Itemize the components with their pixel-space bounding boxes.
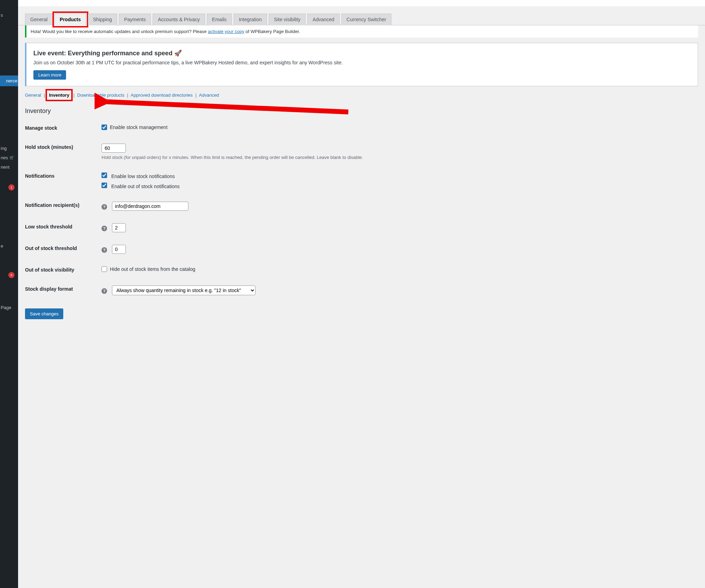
- separator: |: [44, 92, 45, 98]
- sidebar-item[interactable]: 1: [0, 182, 18, 193]
- tab-advanced[interactable]: Advanced: [307, 14, 339, 25]
- sidebar-item[interactable]: 6: [0, 270, 18, 280]
- input-low-threshold[interactable]: [112, 223, 126, 232]
- input-hold-stock[interactable]: [102, 144, 126, 153]
- separator: |: [73, 92, 74, 98]
- out-of-stock-option[interactable]: Enable out of stock notifications: [102, 183, 705, 189]
- label-recipient: Notification recipient(s): [25, 202, 102, 208]
- label-manage-stock: Manage stock: [25, 124, 102, 131]
- checkbox-low-stock[interactable]: [102, 172, 107, 178]
- tab-payments[interactable]: Payments: [119, 14, 151, 25]
- sidebar-item[interactable]: nes 🛒: [0, 153, 18, 162]
- cart-icon: 🛒: [9, 155, 14, 160]
- checkbox-label: Enable out of stock notifications: [111, 184, 180, 189]
- event-notice: Live event: Everything performance and s…: [25, 43, 698, 86]
- admin-sidebar: s nerce ing nes 🛒 nent 1 e 6 Page: [0, 0, 18, 588]
- label-visibility: Out of stock visibility: [25, 266, 102, 273]
- sub-navigation: General | Inventory | Downloadable produ…: [25, 91, 698, 99]
- label-out-threshold: Out of stock threshold: [25, 245, 102, 251]
- sidebar-item-woocommerce[interactable]: nerce: [0, 75, 18, 86]
- tab-accounts[interactable]: Accounts & Privacy: [153, 14, 205, 25]
- tab-general[interactable]: General: [25, 14, 53, 25]
- label-display-format: Stock display format: [25, 285, 102, 292]
- help-icon[interactable]: ?: [102, 247, 107, 253]
- help-icon[interactable]: ?: [102, 226, 107, 231]
- sidebar-item[interactable]: ing: [0, 144, 18, 153]
- tab-shipping[interactable]: Shipping: [88, 14, 118, 25]
- help-icon[interactable]: ?: [102, 288, 107, 294]
- subnav-inventory[interactable]: Inventory: [49, 92, 70, 98]
- tab-integration[interactable]: Integration: [234, 14, 267, 25]
- label-hold-stock: Hold stock (minutes): [25, 144, 102, 150]
- checkbox-out-of-stock[interactable]: [102, 183, 107, 188]
- help-icon[interactable]: ?: [102, 204, 107, 210]
- checkbox-manage-stock[interactable]: [102, 124, 107, 130]
- notice-text: of WPBakery Page Builder.: [244, 29, 300, 34]
- annotation-arrow: [95, 91, 352, 116]
- update-badge: 6: [8, 272, 15, 278]
- checkbox-visibility[interactable]: [102, 266, 107, 272]
- sidebar-item[interactable]: nent: [0, 162, 18, 172]
- sidebar-item[interactable]: Page: [0, 303, 18, 312]
- input-out-threshold[interactable]: [112, 245, 126, 254]
- tab-products[interactable]: Products: [55, 14, 86, 25]
- checkbox-label: Hide out of stock items from the catalog: [110, 266, 195, 272]
- settings-nav-tabs: General Products Shipping Payments Accou…: [18, 6, 705, 25]
- wpbakery-notice: Hola! Would you like to receive automati…: [25, 25, 698, 38]
- hold-stock-desc: Hold stock (for unpaid orders) for x min…: [102, 155, 705, 160]
- sidebar-item[interactable]: e: [0, 241, 18, 251]
- tab-currency[interactable]: Currency Switcher: [341, 14, 391, 25]
- sidebar-item[interactable]: s: [0, 10, 18, 20]
- main-content: General Products Shipping Payments Accou…: [18, 0, 705, 588]
- manage-stock-option[interactable]: Enable stock management: [102, 124, 168, 130]
- event-title: Live event: Everything performance and s…: [33, 49, 691, 57]
- checkbox-label: Enable low stock notifications: [111, 174, 175, 179]
- tab-emails[interactable]: Emails: [207, 14, 232, 25]
- low-stock-option[interactable]: Enable low stock notifications: [102, 172, 705, 179]
- event-description: Join us on October 30th at 1 PM UTC for …: [33, 60, 691, 65]
- svg-line-1: [102, 102, 348, 112]
- select-display-format[interactable]: Always show quantity remaining in stock …: [112, 285, 256, 295]
- subnav-general[interactable]: General: [25, 92, 41, 98]
- hide-out-of-stock-option[interactable]: Hide out of stock items from the catalog: [102, 266, 195, 272]
- tab-visibility[interactable]: Site visibility: [269, 14, 306, 25]
- input-recipient[interactable]: [112, 202, 188, 211]
- learn-more-button[interactable]: Learn more: [33, 70, 66, 80]
- notice-text: Hola! Would you like to receive automati…: [31, 29, 208, 34]
- label-low-threshold: Low stock threshold: [25, 223, 102, 229]
- settings-form: Manage stock Enable stock management Hol…: [25, 118, 705, 301]
- update-badge: 1: [8, 184, 15, 191]
- label-notifications: Notifications: [25, 172, 102, 179]
- activate-link[interactable]: activate your copy: [208, 29, 244, 34]
- save-changes-button[interactable]: Save changes: [25, 308, 63, 319]
- checkbox-label: Enable stock management: [110, 124, 168, 130]
